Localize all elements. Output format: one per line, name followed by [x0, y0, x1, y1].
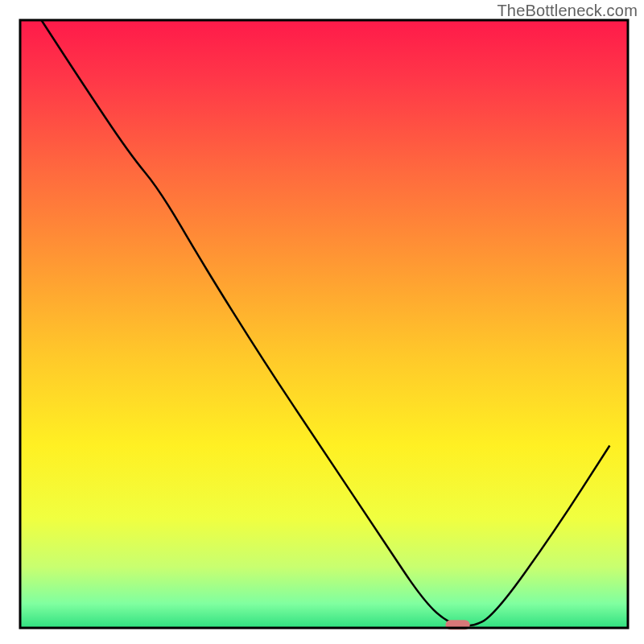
- bottleneck-chart: [0, 0, 644, 644]
- chart-container: TheBottleneck.com: [0, 0, 644, 644]
- watermark-text: TheBottleneck.com: [497, 2, 638, 20]
- plot-background: [20, 20, 628, 628]
